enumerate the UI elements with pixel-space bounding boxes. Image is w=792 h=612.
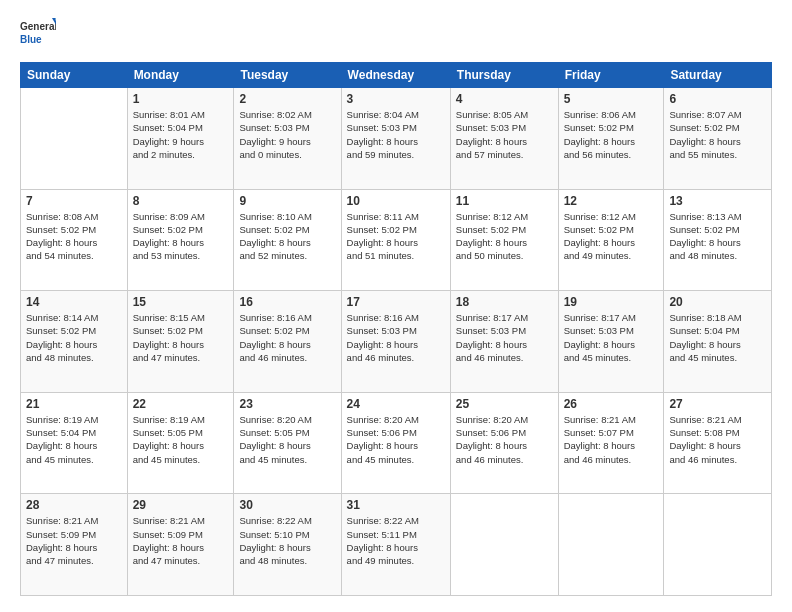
day-info-31: Sunrise: 8:22 AM Sunset: 5:11 PM Dayligh… [347, 514, 445, 567]
cell-w5-d0: 28Sunrise: 8:21 AM Sunset: 5:09 PM Dayli… [21, 494, 128, 596]
week-row-5: 28Sunrise: 8:21 AM Sunset: 5:09 PM Dayli… [21, 494, 772, 596]
day-number-14: 14 [26, 295, 122, 309]
day-info-21: Sunrise: 8:19 AM Sunset: 5:04 PM Dayligh… [26, 413, 122, 466]
calendar-header-row: SundayMondayTuesdayWednesdayThursdayFrid… [21, 63, 772, 88]
logo: General Blue [20, 16, 56, 52]
day-number-19: 19 [564, 295, 659, 309]
day-number-4: 4 [456, 92, 553, 106]
day-info-23: Sunrise: 8:20 AM Sunset: 5:05 PM Dayligh… [239, 413, 335, 466]
day-info-8: Sunrise: 8:09 AM Sunset: 5:02 PM Dayligh… [133, 210, 229, 263]
day-info-7: Sunrise: 8:08 AM Sunset: 5:02 PM Dayligh… [26, 210, 122, 263]
day-info-25: Sunrise: 8:20 AM Sunset: 5:06 PM Dayligh… [456, 413, 553, 466]
day-number-1: 1 [133, 92, 229, 106]
day-info-22: Sunrise: 8:19 AM Sunset: 5:05 PM Dayligh… [133, 413, 229, 466]
day-number-31: 31 [347, 498, 445, 512]
page: General Blue SundayMondayTuesdayWednesda… [0, 0, 792, 612]
cell-w1-d6: 6Sunrise: 8:07 AM Sunset: 5:02 PM Daylig… [664, 88, 772, 190]
cell-w5-d1: 29Sunrise: 8:21 AM Sunset: 5:09 PM Dayli… [127, 494, 234, 596]
cell-w5-d2: 30Sunrise: 8:22 AM Sunset: 5:10 PM Dayli… [234, 494, 341, 596]
week-row-4: 21Sunrise: 8:19 AM Sunset: 5:04 PM Dayli… [21, 392, 772, 494]
cell-w3-d5: 19Sunrise: 8:17 AM Sunset: 5:03 PM Dayli… [558, 291, 664, 393]
cell-w2-d2: 9Sunrise: 8:10 AM Sunset: 5:02 PM Daylig… [234, 189, 341, 291]
cell-w1-d4: 4Sunrise: 8:05 AM Sunset: 5:03 PM Daylig… [450, 88, 558, 190]
cell-w4-d3: 24Sunrise: 8:20 AM Sunset: 5:06 PM Dayli… [341, 392, 450, 494]
day-info-16: Sunrise: 8:16 AM Sunset: 5:02 PM Dayligh… [239, 311, 335, 364]
cell-w2-d5: 12Sunrise: 8:12 AM Sunset: 5:02 PM Dayli… [558, 189, 664, 291]
header-tuesday: Tuesday [234, 63, 341, 88]
header-sunday: Sunday [21, 63, 128, 88]
day-info-29: Sunrise: 8:21 AM Sunset: 5:09 PM Dayligh… [133, 514, 229, 567]
cell-w3-d1: 15Sunrise: 8:15 AM Sunset: 5:02 PM Dayli… [127, 291, 234, 393]
day-number-28: 28 [26, 498, 122, 512]
day-number-26: 26 [564, 397, 659, 411]
day-number-6: 6 [669, 92, 766, 106]
svg-text:General: General [20, 21, 56, 32]
day-info-30: Sunrise: 8:22 AM Sunset: 5:10 PM Dayligh… [239, 514, 335, 567]
cell-w5-d4 [450, 494, 558, 596]
calendar-table: SundayMondayTuesdayWednesdayThursdayFrid… [20, 62, 772, 596]
day-info-4: Sunrise: 8:05 AM Sunset: 5:03 PM Dayligh… [456, 108, 553, 161]
cell-w1-d2: 2Sunrise: 8:02 AM Sunset: 5:03 PM Daylig… [234, 88, 341, 190]
day-number-30: 30 [239, 498, 335, 512]
header-monday: Monday [127, 63, 234, 88]
cell-w1-d0 [21, 88, 128, 190]
day-info-20: Sunrise: 8:18 AM Sunset: 5:04 PM Dayligh… [669, 311, 766, 364]
cell-w4-d5: 26Sunrise: 8:21 AM Sunset: 5:07 PM Dayli… [558, 392, 664, 494]
day-info-9: Sunrise: 8:10 AM Sunset: 5:02 PM Dayligh… [239, 210, 335, 263]
day-info-6: Sunrise: 8:07 AM Sunset: 5:02 PM Dayligh… [669, 108, 766, 161]
day-number-20: 20 [669, 295, 766, 309]
cell-w4-d6: 27Sunrise: 8:21 AM Sunset: 5:08 PM Dayli… [664, 392, 772, 494]
cell-w3-d6: 20Sunrise: 8:18 AM Sunset: 5:04 PM Dayli… [664, 291, 772, 393]
day-number-10: 10 [347, 194, 445, 208]
cell-w2-d3: 10Sunrise: 8:11 AM Sunset: 5:02 PM Dayli… [341, 189, 450, 291]
day-number-17: 17 [347, 295, 445, 309]
cell-w4-d0: 21Sunrise: 8:19 AM Sunset: 5:04 PM Dayli… [21, 392, 128, 494]
cell-w1-d5: 5Sunrise: 8:06 AM Sunset: 5:02 PM Daylig… [558, 88, 664, 190]
day-number-12: 12 [564, 194, 659, 208]
day-number-3: 3 [347, 92, 445, 106]
day-number-9: 9 [239, 194, 335, 208]
day-number-25: 25 [456, 397, 553, 411]
header-wednesday: Wednesday [341, 63, 450, 88]
day-info-26: Sunrise: 8:21 AM Sunset: 5:07 PM Dayligh… [564, 413, 659, 466]
day-info-1: Sunrise: 8:01 AM Sunset: 5:04 PM Dayligh… [133, 108, 229, 161]
cell-w1-d3: 3Sunrise: 8:04 AM Sunset: 5:03 PM Daylig… [341, 88, 450, 190]
cell-w2-d0: 7Sunrise: 8:08 AM Sunset: 5:02 PM Daylig… [21, 189, 128, 291]
day-info-28: Sunrise: 8:21 AM Sunset: 5:09 PM Dayligh… [26, 514, 122, 567]
cell-w4-d2: 23Sunrise: 8:20 AM Sunset: 5:05 PM Dayli… [234, 392, 341, 494]
cell-w4-d1: 22Sunrise: 8:19 AM Sunset: 5:05 PM Dayli… [127, 392, 234, 494]
cell-w2-d1: 8Sunrise: 8:09 AM Sunset: 5:02 PM Daylig… [127, 189, 234, 291]
svg-text:Blue: Blue [20, 34, 42, 45]
day-number-13: 13 [669, 194, 766, 208]
day-number-15: 15 [133, 295, 229, 309]
day-number-18: 18 [456, 295, 553, 309]
day-number-7: 7 [26, 194, 122, 208]
logo-svg: General Blue [20, 16, 56, 52]
day-info-27: Sunrise: 8:21 AM Sunset: 5:08 PM Dayligh… [669, 413, 766, 466]
cell-w3-d0: 14Sunrise: 8:14 AM Sunset: 5:02 PM Dayli… [21, 291, 128, 393]
day-info-12: Sunrise: 8:12 AM Sunset: 5:02 PM Dayligh… [564, 210, 659, 263]
day-info-17: Sunrise: 8:16 AM Sunset: 5:03 PM Dayligh… [347, 311, 445, 364]
day-number-16: 16 [239, 295, 335, 309]
header-friday: Friday [558, 63, 664, 88]
day-number-22: 22 [133, 397, 229, 411]
cell-w2-d6: 13Sunrise: 8:13 AM Sunset: 5:02 PM Dayli… [664, 189, 772, 291]
cell-w3-d3: 17Sunrise: 8:16 AM Sunset: 5:03 PM Dayli… [341, 291, 450, 393]
cell-w5-d5 [558, 494, 664, 596]
cell-w1-d1: 1Sunrise: 8:01 AM Sunset: 5:04 PM Daylig… [127, 88, 234, 190]
week-row-3: 14Sunrise: 8:14 AM Sunset: 5:02 PM Dayli… [21, 291, 772, 393]
cell-w3-d2: 16Sunrise: 8:16 AM Sunset: 5:02 PM Dayli… [234, 291, 341, 393]
day-info-11: Sunrise: 8:12 AM Sunset: 5:02 PM Dayligh… [456, 210, 553, 263]
day-number-29: 29 [133, 498, 229, 512]
cell-w5-d6 [664, 494, 772, 596]
day-info-18: Sunrise: 8:17 AM Sunset: 5:03 PM Dayligh… [456, 311, 553, 364]
day-info-10: Sunrise: 8:11 AM Sunset: 5:02 PM Dayligh… [347, 210, 445, 263]
header: General Blue [20, 16, 772, 52]
day-info-15: Sunrise: 8:15 AM Sunset: 5:02 PM Dayligh… [133, 311, 229, 364]
cell-w2-d4: 11Sunrise: 8:12 AM Sunset: 5:02 PM Dayli… [450, 189, 558, 291]
cell-w4-d4: 25Sunrise: 8:20 AM Sunset: 5:06 PM Dayli… [450, 392, 558, 494]
cell-w3-d4: 18Sunrise: 8:17 AM Sunset: 5:03 PM Dayli… [450, 291, 558, 393]
day-info-24: Sunrise: 8:20 AM Sunset: 5:06 PM Dayligh… [347, 413, 445, 466]
day-number-11: 11 [456, 194, 553, 208]
day-number-23: 23 [239, 397, 335, 411]
